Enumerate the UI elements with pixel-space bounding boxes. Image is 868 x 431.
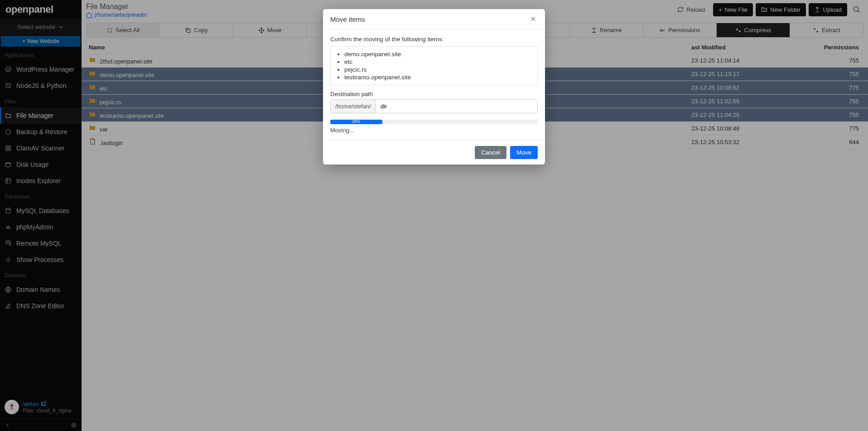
cancel-button[interactable]: Cancel xyxy=(475,146,506,159)
dest-prefix: /home/stefan/ xyxy=(331,100,376,113)
progress-bar-fill: 25% xyxy=(330,120,382,124)
progress-bar-track: 25% xyxy=(330,120,538,124)
status-text: Moving... xyxy=(330,127,538,134)
modal-title: Move items xyxy=(330,15,365,23)
move-items-modal: Move items Confirm the moving of the fol… xyxy=(323,9,545,165)
list-item: demo.openpanel.site xyxy=(344,50,532,58)
list-item: etc xyxy=(344,58,532,66)
move-confirm-button[interactable]: Move xyxy=(510,146,538,159)
confirm-text: Confirm the moving of the following item… xyxy=(330,36,538,43)
destination-input[interactable] xyxy=(376,100,537,113)
destination-input-group: /home/stefan/ xyxy=(330,99,538,113)
progress-label: 25% xyxy=(330,119,382,124)
list-item: testiramo.openpanel.site xyxy=(344,73,532,81)
modal-overlay: Move items Confirm the moving of the fol… xyxy=(0,0,868,431)
modal-close-button[interactable] xyxy=(529,15,538,24)
items-list: demo.openpanel.siteetcpejcic.rstestiramo… xyxy=(330,46,538,85)
close-icon xyxy=(530,15,537,23)
list-item: pejcic.rs xyxy=(344,66,532,73)
dest-label: Destination path xyxy=(330,91,538,97)
